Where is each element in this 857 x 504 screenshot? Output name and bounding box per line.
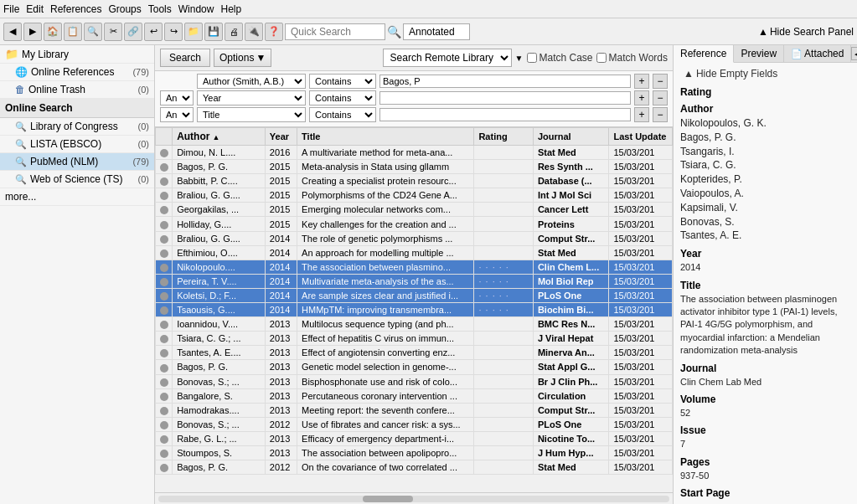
remote-dropdown-arrow[interactable]: ▼ — [515, 54, 524, 63]
table-row[interactable]: Stoumpos, S. 2013 The association betwee… — [156, 445, 673, 460]
quick-search-icon[interactable]: 🔍 — [387, 25, 401, 39]
options-button[interactable]: Options ▼ — [214, 49, 271, 67]
filter2-remove-btn[interactable]: − — [653, 90, 668, 105]
filter3-add-btn[interactable]: + — [634, 107, 649, 122]
col-header-rating[interactable]: Rating — [474, 128, 533, 146]
sidebar-item-online-trash[interactable]: 🗑 Online Trash (0) — [0, 81, 154, 99]
filter1-value[interactable] — [379, 75, 631, 88]
toolbar-icon-10[interactable]: 🔌 — [245, 23, 263, 41]
table-row[interactable]: Efthimiou, O.... 2014 An approach for mo… — [156, 245, 673, 260]
table-row[interactable]: Nikolopoulo.... 2014 The association bet… — [156, 260, 673, 274]
toolbar-icon-3[interactable]: ✂ — [104, 23, 122, 41]
row-author: Bangalore, S. — [173, 388, 266, 403]
match-words-checkbox[interactable] — [596, 53, 607, 63]
filter3-connector[interactable]: And — [160, 107, 194, 122]
filter2-value[interactable] — [379, 91, 631, 105]
filter1-condition[interactable]: Contains — [309, 74, 376, 89]
tab-preview[interactable]: Preview — [734, 45, 784, 62]
filter2-condition[interactable]: Contains — [309, 90, 376, 105]
col-header-journal[interactable]: Journal — [533, 128, 609, 146]
table-row[interactable]: Koletsi, D.; F... 2014 Are sample sizes … — [156, 288, 673, 302]
nav-prev-btn[interactable]: ◀ — [851, 47, 857, 60]
col-header-title[interactable]: Title — [297, 128, 474, 146]
filter2-field[interactable]: Year — [197, 90, 306, 105]
sidebar-item-loc[interactable]: 🔍 Library of Congress (0) — [0, 118, 154, 136]
horizontal-scrollbar[interactable] — [155, 492, 673, 504]
table-row[interactable]: Hamodrakas.... 2013 Meeting report: the … — [156, 403, 673, 417]
filter1-remove-btn[interactable]: − — [653, 74, 668, 89]
tab-attached[interactable]: 📄 Attached — [784, 45, 851, 62]
menu-file[interactable]: File — [3, 3, 19, 15]
toolbar-icon-6[interactable]: ↪ — [164, 23, 183, 41]
row-dot — [156, 317, 173, 332]
filter1-add-btn[interactable]: + — [634, 74, 649, 89]
menu-edit[interactable]: Edit — [26, 3, 44, 15]
table-row[interactable]: Tsantes, A. E.... 2013 Effect of angiote… — [156, 346, 673, 360]
search-button[interactable]: Search — [160, 49, 210, 67]
sidebar-online-search[interactable]: Online Search — [0, 99, 154, 118]
quick-search-input[interactable] — [285, 23, 385, 40]
toolbar-icon-4[interactable]: 🔗 — [124, 23, 142, 41]
toolbar-icon-9[interactable]: 🖨 — [225, 23, 243, 41]
toolbar-back-icon[interactable]: ◀ — [3, 23, 22, 41]
col-header-icon[interactable] — [156, 128, 173, 146]
sidebar-item-wos[interactable]: 🔍 Web of Science (TS) (0) — [0, 171, 154, 188]
sidebar-item-lista[interactable]: 🔍 LISTA (EBSCO) (0) — [0, 136, 154, 153]
table-row[interactable]: Pereira, T. V.... 2014 Multivariate meta… — [156, 274, 673, 288]
row-year: 2013 — [265, 431, 297, 445]
table-row[interactable]: Ioannidou, V.... 2013 Multilocus sequenc… — [156, 317, 673, 332]
col-header-lastupdate[interactable]: Last Update — [609, 128, 673, 146]
toolbar-forward-icon[interactable]: ▶ — [23, 23, 42, 41]
table-row[interactable]: Holliday, G.... 2015 Key challenges for … — [156, 217, 673, 231]
filter3-remove-btn[interactable]: − — [653, 107, 668, 122]
table-row[interactable]: Bonovas, S.; ... 2012 Use of fibrates an… — [156, 417, 673, 431]
table-row[interactable]: Georgakilas, ... 2015 Emerging molecular… — [156, 203, 673, 217]
sidebar-item-pubmed[interactable]: 🔍 PubMed (NLM) (79) — [0, 153, 154, 171]
col-header-author[interactable]: Author ▲ — [173, 128, 266, 146]
table-row[interactable]: Tsiara, C. G.; ... 2013 Effect of hepati… — [156, 332, 673, 346]
menu-help[interactable]: Help — [220, 3, 241, 15]
sidebar-item-online-references[interactable]: 🌐 Online References (79) — [0, 64, 154, 81]
hide-empty-fields-button[interactable]: ▲ Hide Empty Fields — [680, 66, 781, 81]
annotated-selector[interactable]: Annotated — [403, 23, 470, 40]
toolbar-icon-8[interactable]: 💾 — [204, 23, 223, 41]
match-case-checkbox[interactable] — [527, 53, 537, 63]
row-lastupdate: 15/03/201 — [609, 403, 673, 417]
sidebar-item-my-library[interactable]: 📁 My Library — [0, 45, 154, 64]
filter3-condition[interactable]: Contains — [309, 107, 376, 122]
results-table-area[interactable]: Author ▲ Year Title Rating Journal Last … — [155, 127, 673, 492]
sidebar-more[interactable]: more... — [0, 188, 154, 206]
table-row[interactable]: Braliou, G. G.... 2014 The role of genet… — [156, 231, 673, 245]
toolbar-icon-2[interactable]: 🔍 — [84, 23, 102, 41]
menu-tools[interactable]: Tools — [148, 3, 172, 15]
filter1-field[interactable]: Author (Smith, A.B.) — [197, 74, 306, 89]
menu-groups[interactable]: Groups — [108, 3, 141, 15]
table-row[interactable]: Braliou, G. G.... 2015 Polymorphisms of … — [156, 188, 673, 203]
row-dot — [156, 460, 173, 475]
filter3-field[interactable]: Title — [197, 107, 306, 122]
menu-window[interactable]: Window — [178, 3, 214, 15]
menu-references[interactable]: References — [50, 3, 101, 15]
table-row[interactable]: Tsaousis, G.... 2014 HMMpTM: improving t… — [156, 303, 673, 317]
tab-reference[interactable]: Reference — [674, 45, 734, 63]
toolbar-icon-1[interactable]: 📋 — [64, 23, 82, 41]
table-row[interactable]: Bagos, P. G. 2015 Meta-analysis in Stata… — [156, 160, 673, 174]
toolbar-home-icon[interactable]: 🏠 — [44, 23, 62, 41]
filter2-add-btn[interactable]: + — [634, 90, 649, 105]
toolbar-icon-7[interactable]: 📁 — [184, 23, 203, 41]
filter3-value[interactable] — [379, 108, 631, 121]
table-row[interactable]: Dimou, N. L.... 2016 A multivariate meth… — [156, 146, 673, 160]
toolbar-icon-11[interactable]: ❓ — [265, 23, 283, 41]
filter2-connector[interactable]: And — [160, 90, 194, 105]
col-header-year[interactable]: Year — [265, 128, 297, 146]
table-row[interactable]: Bangalore, S. 2013 Percutaneous coronary… — [156, 388, 673, 403]
search-remote-select[interactable]: Search Remote Library — [383, 49, 512, 67]
toolbar-icon-5[interactable]: ↩ — [144, 23, 163, 41]
author-entry: Bonovas, S. — [680, 215, 850, 229]
table-row[interactable]: Bagos, P. G. 2013 Genetic model selectio… — [156, 360, 673, 374]
hide-search-panel-button[interactable]: ▲ Hide Search Panel — [758, 26, 854, 38]
table-row[interactable]: Bagos, P. G. 2012 On the covariance of t… — [156, 460, 673, 475]
table-row[interactable]: Babbitt, P. C.... 2015 Creating a specia… — [156, 174, 673, 188]
table-row[interactable]: Bonovas, S.; ... 2013 Bisphosphonate use… — [156, 374, 673, 388]
table-row[interactable]: Rabe, G. L.; ... 2013 Efficacy of emerge… — [156, 431, 673, 445]
